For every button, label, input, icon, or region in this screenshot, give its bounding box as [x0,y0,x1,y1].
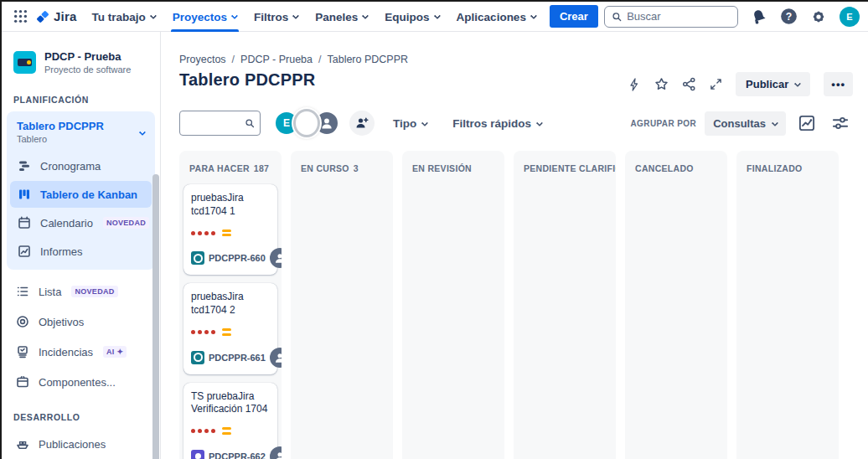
target-icon [15,315,30,328]
add-people-button[interactable] [349,111,375,136]
chevron-down-icon [150,13,157,19]
menu-equipos[interactable]: Equipos [376,2,447,32]
reports-chart-icon [17,245,32,258]
sidebar-item-informes[interactable]: Informes [10,238,152,265]
column-en-revision: EN REVISIÓN [402,151,504,459]
issue-type-icon [191,450,204,459]
group-by-dropdown[interactable]: Consultas [705,111,786,136]
user-avatar[interactable]: E [840,7,860,27]
novedad-badge: NOVEDAD [71,286,117,297]
menu-filtros[interactable]: Filtros [245,2,307,32]
column-count: 187 [254,163,269,173]
issue-key: PDCPPR-662 [209,451,266,459]
publish-button[interactable]: Publicar [736,72,810,96]
sidebar-scrollbar[interactable] [152,116,159,456]
issue-title: TS pruebaJira Verificación 1704 [191,390,270,417]
view-settings-button[interactable] [828,111,853,136]
person-add-icon [355,116,369,130]
issue-type-icon [191,251,204,265]
priority-medium-icon [222,427,231,435]
issues-icon [15,345,30,358]
assignee-avatar[interactable] [270,446,282,459]
breadcrumb-board[interactable]: Tablero PDCPPR [327,54,408,65]
expand-icon[interactable] [710,78,722,90]
menu-tu-trabajo[interactable]: Tu trabajo [84,2,164,32]
sidebar-item-objetivos[interactable]: Objetivos [8,308,153,335]
gear-icon [810,8,827,25]
insights-button[interactable] [794,111,819,136]
chart-icon [798,115,815,132]
priority-dots [191,328,270,336]
assignee-avatar[interactable] [270,348,282,368]
settings-button[interactable] [810,8,827,25]
share-icon[interactable] [682,77,696,91]
sidebar-item-tablero-kanban[interactable]: Tablero de Kanban [10,181,152,208]
column-cancelado: CANCELADO [625,151,727,459]
board-toolbar: E Tipo Filtros rápidos [179,109,853,137]
app-grid-icon[interactable] [8,5,32,28]
board-group-header[interactable]: Tablero PDCPPR Tablero [10,115,152,151]
breadcrumb-proyectos[interactable]: Proyectos [179,54,226,65]
issue-key: PDCPPR-661 [209,353,266,363]
column-title: EN CURSO [301,163,349,173]
column-title: CANCELADO [635,163,694,173]
search-icon [612,11,622,23]
scrollbar-thumb[interactable] [152,174,159,459]
board-search-input[interactable] [187,117,245,130]
notifications-button[interactable] [751,8,767,25]
issue-card[interactable]: pruebasJira tcd1704 1 PDCPPR-660 [183,184,277,275]
chevron-down-icon [433,13,440,19]
chevron-down-icon [772,120,778,126]
breadcrumb-project[interactable]: PDCP - Prueba [240,54,313,65]
components-icon [15,375,30,389]
jira-logo[interactable]: Jira [32,9,84,24]
sidebar-item-publicaciones[interactable]: Publicaciones [8,431,153,457]
more-button[interactable]: ••• [824,72,853,96]
menu-proyectos[interactable]: Proyectos [164,2,245,32]
board-group-title: Tablero PDCPPR [17,120,104,132]
cursor-highlight-circle [293,109,320,137]
menu-paneles[interactable]: Paneles [307,2,376,32]
project-name: PDCP - Prueba [44,50,131,63]
quick-filters-dropdown[interactable]: Filtros rápidos [452,117,542,130]
create-button[interactable]: Crear [550,5,598,28]
column-count: 3 [354,163,359,173]
column-title: PARA HACER [189,163,250,173]
column-en-curso: EN CURSO 3 [291,151,393,459]
star-button[interactable] [654,77,669,91]
menu-aplicaciones[interactable]: Aplicaciones [448,2,545,32]
jira-logo-icon [35,9,50,24]
board-main: Proyectos / PDCP - Prueba / Tablero PDCP… [161,32,868,459]
chevron-down-icon [536,120,543,126]
sidebar-item-cronograma[interactable]: Cronograma [10,152,152,179]
project-header[interactable]: PDCP - Prueba Proyecto de software [2,50,160,75]
issue-card[interactable]: TS pruebaJira Verificación 1704 PDCPPR-6… [183,383,277,459]
sidebar-item-componentes[interactable]: Componentes... [8,369,153,395]
ai-badge: AI ✦ [103,346,127,358]
priority-dots [191,230,270,237]
global-search-input[interactable] [627,10,731,23]
sidebar-item-calendario[interactable]: Calendario NOVEDAD [10,209,152,236]
board-search[interactable] [179,111,261,136]
help-button[interactable]: ? [780,8,798,25]
lightning-button[interactable] [628,78,641,91]
help-icon: ? [780,8,798,25]
search-icon [245,117,255,129]
sidebar-item-incidencias[interactable]: Incidencias AI ✦ [8,338,153,365]
breadcrumb: Proyectos / PDCP - Prueba / Tablero PDCP… [161,32,868,65]
assignee-avatar[interactable] [270,248,282,268]
type-dropdown[interactable]: Tipo [393,117,427,130]
project-avatar [13,51,36,74]
project-sidebar: PDCP - Prueba Proyecto de software PLANI… [2,32,161,459]
column-finalizado: FINALIZADO [736,151,839,459]
issue-card[interactable]: pruebasJira tcd1704 2 PDCPPR-661 [183,283,277,374]
priority-medium-icon [222,328,231,336]
column-pendiente-clarificar: PENDIENTE CLARIFICAR [514,151,616,459]
issue-key: PDCPPR-660 [209,253,266,263]
global-search[interactable] [604,6,738,28]
column-title: FINALIZADO [747,163,803,173]
chevron-down-icon [362,13,369,19]
sidebar-item-lista[interactable]: Lista NOVEDAD [8,278,153,305]
group-by-label: AGRUPAR POR [630,119,696,128]
jira-logo-text: Jira [54,9,77,23]
